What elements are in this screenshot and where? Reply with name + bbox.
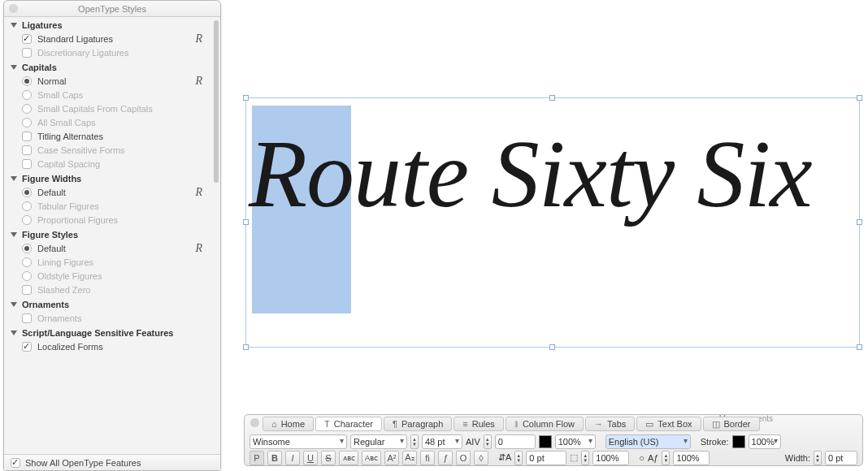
- hscale-field[interactable]: 100%: [592, 451, 629, 465]
- option-row[interactable]: Standard LigaturesR: [4, 32, 214, 45]
- tracking-stepper[interactable]: ▲▼: [484, 434, 492, 449]
- option-row[interactable]: Titling Alternates: [4, 129, 214, 143]
- resize-handle[interactable]: [857, 219, 862, 225]
- bold-button[interactable]: B: [267, 451, 282, 465]
- tab-home[interactable]: ⌂Home: [263, 417, 314, 431]
- checkbox[interactable]: [22, 313, 32, 323]
- tab-tabs[interactable]: →Tabs: [585, 417, 635, 431]
- resize-handle[interactable]: [857, 95, 862, 101]
- italic-button[interactable]: I: [285, 451, 300, 465]
- radio-button[interactable]: [22, 90, 32, 100]
- radio-button[interactable]: [22, 215, 32, 225]
- option-row[interactable]: Slashed Zero: [4, 283, 214, 296]
- vscale-field[interactable]: 100%: [673, 451, 710, 465]
- group-header[interactable]: Ligatures: [4, 17, 214, 32]
- tab-icon: →: [594, 417, 603, 431]
- subscript-button[interactable]: A₂: [402, 451, 417, 465]
- tab-rules[interactable]: ≡Rules: [454, 417, 504, 431]
- tab-character[interactable]: TCharacter: [315, 417, 382, 431]
- radio-button[interactable]: [22, 271, 32, 281]
- tab-text-box[interactable]: ▭Text Box: [636, 417, 701, 431]
- option-row[interactable]: Small Capitals From Capitals: [4, 102, 214, 115]
- radio-button[interactable]: [22, 76, 32, 86]
- option-row[interactable]: Ornaments: [4, 311, 214, 325]
- option-label: Standard Ligatures: [37, 34, 113, 44]
- group-header[interactable]: Figure Widths: [4, 171, 214, 185]
- kern-field[interactable]: 0 pt: [526, 451, 566, 465]
- kern-stepper[interactable]: ▲▼: [514, 451, 523, 465]
- resize-handle[interactable]: [243, 344, 249, 350]
- opentype-button[interactable]: ƒ: [438, 451, 453, 465]
- checkbox[interactable]: [22, 48, 32, 58]
- checkbox[interactable]: [22, 34, 32, 44]
- show-all-checkbox[interactable]: [11, 458, 20, 468]
- resize-handle[interactable]: [857, 344, 862, 350]
- font-size-combo[interactable]: 48 pt: [422, 434, 462, 449]
- size-stepper[interactable]: ▲▼: [410, 434, 419, 449]
- option-row[interactable]: DefaultR: [4, 241, 214, 255]
- smallcaps-button[interactable]: Aʙᴄ: [362, 451, 381, 465]
- underline-button[interactable]: U: [303, 451, 318, 465]
- resize-handle[interactable]: [549, 95, 555, 101]
- checkbox[interactable]: [22, 285, 32, 295]
- stroke-width-field[interactable]: 0 pt: [825, 451, 857, 465]
- option-row[interactable]: Tabular Figures: [4, 199, 214, 213]
- color-swatch[interactable]: [539, 435, 552, 448]
- option-row[interactable]: Case Sensitive Forms: [4, 143, 214, 157]
- ligature-button[interactable]: fi: [420, 451, 435, 465]
- allcaps-button[interactable]: ᴀʙᴄ: [339, 451, 358, 465]
- radio-button[interactable]: [22, 201, 32, 211]
- radio-button[interactable]: [22, 188, 32, 197]
- option-row[interactable]: All Small Caps: [4, 115, 214, 129]
- radio-button[interactable]: [22, 244, 32, 253]
- tab-column-flow[interactable]: ⫴Column Flow: [506, 417, 584, 431]
- tab-paragraph[interactable]: ¶Paragraph: [384, 417, 452, 431]
- tab-label: Text Box: [658, 417, 692, 431]
- group-header[interactable]: Ornaments: [4, 296, 214, 311]
- resize-handle[interactable]: [549, 344, 555, 350]
- checkbox[interactable]: [22, 159, 32, 169]
- width-stepper[interactable]: ▲▼: [814, 451, 822, 465]
- checkbox[interactable]: [22, 342, 32, 352]
- checkbox[interactable]: [22, 132, 32, 141]
- language-combo[interactable]: English (US): [605, 434, 691, 449]
- font-style-combo[interactable]: Regular: [350, 434, 407, 449]
- panel-titlebar[interactable]: OpenType Styles: [4, 1, 220, 17]
- group-header[interactable]: Capitals: [4, 59, 214, 74]
- option-row[interactable]: NormalR: [4, 74, 214, 88]
- vscale-stepper[interactable]: ▲▼: [662, 451, 670, 465]
- tracking-field[interactable]: 0: [495, 434, 536, 449]
- group-header[interactable]: Figure Styles: [4, 227, 214, 241]
- resize-handle[interactable]: [243, 95, 249, 101]
- shadow-button[interactable]: ◊: [474, 451, 488, 465]
- text-frame[interactable]: Route Sixty Six: [245, 97, 860, 348]
- option-row[interactable]: Proportional Figures: [4, 213, 214, 227]
- tab-border[interactable]: ◫Border: [703, 417, 760, 431]
- option-row[interactable]: Discretionary Ligatures: [4, 45, 214, 59]
- hscale-stepper[interactable]: ▲▼: [581, 451, 589, 465]
- resize-handle[interactable]: [243, 219, 249, 225]
- option-row[interactable]: Lining Figures: [4, 255, 214, 269]
- stroke-shade-combo[interactable]: 100%: [749, 434, 781, 449]
- preview-glyph: R: [195, 75, 202, 88]
- radio-button[interactable]: [22, 118, 32, 127]
- checkbox[interactable]: [22, 145, 32, 155]
- close-icon[interactable]: [9, 4, 18, 13]
- radio-button[interactable]: [22, 104, 32, 114]
- stroke-swatch[interactable]: [732, 435, 745, 448]
- option-row[interactable]: Small Caps: [4, 88, 214, 102]
- option-row[interactable]: Localized Forms: [4, 339, 214, 353]
- group-header[interactable]: Script/Language Sensitive Features: [4, 325, 214, 339]
- option-row[interactable]: DefaultR: [4, 185, 214, 199]
- superscript-button[interactable]: A²: [384, 451, 399, 465]
- font-family-combo[interactable]: Winsome: [250, 434, 347, 449]
- option-row[interactable]: Capital Spacing: [4, 157, 214, 171]
- close-icon[interactable]: [250, 418, 259, 427]
- plain-button[interactable]: P: [250, 451, 264, 465]
- radio-button[interactable]: [22, 257, 32, 267]
- shade-combo[interactable]: 100%: [555, 434, 596, 449]
- option-row[interactable]: Oldstyle Figures: [4, 269, 214, 283]
- option-label: Default: [37, 188, 66, 197]
- outline-button[interactable]: O: [456, 451, 471, 465]
- strike-button[interactable]: S: [321, 451, 336, 465]
